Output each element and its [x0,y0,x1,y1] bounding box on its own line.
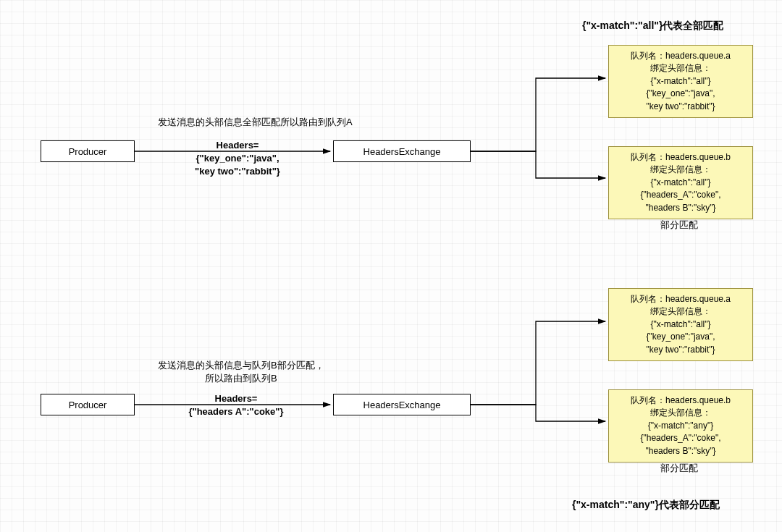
bottom-queue-a: 队列名：headers.queue.a 绑定头部信息： {"x-match":"… [608,288,753,361]
top-queue-a-l5: "key two":"rabbit"} [615,101,747,113]
top-partial-label: 部分匹配 [660,219,698,232]
top-exchange-label: HeadersExchange [363,146,441,157]
bottom-exchange-label: HeadersExchange [363,400,441,410]
bottom-queue-a-l3: {"x-match":"all"} [615,318,747,331]
top-queue-b-l4: {"headers_A":"coke", [615,189,747,201]
bottom-headers: Headers= {"headers A":"coke"} [171,392,301,418]
bottom-producer-label: Producer [69,400,107,410]
top-note: 发送消息的头部信息全部匹配所以路由到队列A [158,116,353,129]
top-queue-a: 队列名：headers.queue.a 绑定头部信息： {"x-match":"… [608,45,753,118]
bottom-queue-b-l2: 绑定头部信息： [615,407,747,419]
top-queue-b-l1: 队列名：headers.queue.b [615,151,747,164]
top-headers-title: Headers= [216,140,259,151]
bottom-queue-b: 队列名：headers.queue.b 绑定头部信息： {"x-match":"… [608,389,753,463]
bottom-queue-b-l3: {"x-match":"any"} [615,420,747,432]
top-producer-label: Producer [69,146,107,157]
top-queue-a-l3: {"x-match":"all"} [615,75,747,88]
top-queue-a-l2: 绑定头部信息： [615,62,747,75]
bottom-footer: {"x-match":"any"}代表部分匹配 [572,498,720,512]
bottom-producer-box: Producer [41,394,135,415]
bottom-headers-body: {"headers A":"coke"} [188,406,283,417]
bottom-exchange-box: HeadersExchange [333,394,471,415]
top-queue-a-l1: 队列名：headers.queue.a [615,50,747,62]
top-headers-body: {"key_one":"java", "key two":"rabbit"} [195,153,280,177]
bottom-queue-a-l4: {"key_one":"java", [615,331,747,343]
top-queue-b-l5: "headers B":"sky"} [615,202,747,214]
bottom-headers-title: Headers= [215,393,258,404]
bottom-queue-b-l5: "headers B":"sky"} [615,445,747,457]
top-producer-box: Producer [41,140,135,162]
bottom-queue-a-l1: 队列名：headers.queue.a [615,293,747,305]
top-queue-a-l4: {"key_one":"java", [615,88,747,100]
bottom-note-2: 所以路由到队列B [205,373,277,384]
bottom-queue-a-l5: "key two":"rabbit"} [615,344,747,356]
bottom-queue-a-l2: 绑定头部信息： [615,305,747,318]
bottom-partial-label: 部分匹配 [660,462,698,475]
top-headers: Headers= {"key_one":"java", "key two":"r… [180,139,295,179]
bottom-note-1: 发送消息的头部信息与队列B部分匹配， [158,360,324,371]
bottom-queue-b-l4: {"headers_A":"coke", [615,432,747,444]
bottom-note: 发送消息的头部信息与队列B部分匹配， 所以路由到队列B [158,359,324,385]
top-title: {"x-match":"all"}代表全部匹配 [582,19,723,33]
top-queue-b-l2: 绑定头部信息： [615,164,747,176]
top-queue-b: 队列名：headers.queue.b 绑定头部信息： {"x-match":"… [608,146,753,219]
top-exchange-box: HeadersExchange [333,140,471,162]
top-queue-b-l3: {"x-match":"all"} [615,177,747,189]
bottom-queue-b-l1: 队列名：headers.queue.b [615,394,747,407]
